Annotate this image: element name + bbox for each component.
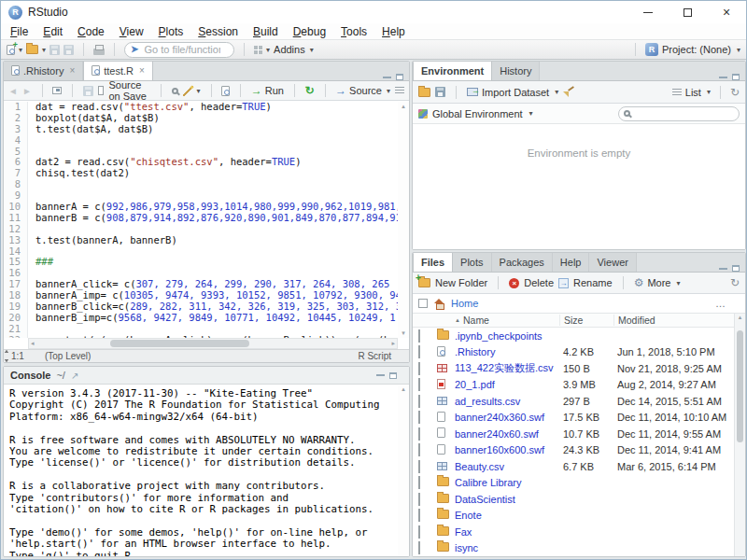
- file-checkbox[interactable]: [418, 427, 420, 441]
- environment-search-input[interactable]: [634, 107, 727, 119]
- close-tab-icon[interactable]: ×: [139, 65, 145, 76]
- addins-button[interactable]: Addins▾: [274, 44, 314, 55]
- save-icon[interactable]: [83, 86, 93, 96]
- scrollbar-thumb[interactable]: [737, 330, 743, 442]
- forward-icon[interactable]: ►: [22, 86, 32, 96]
- file-checkbox[interactable]: [418, 443, 420, 456]
- console-scrollbar[interactable]: ▴: [398, 385, 409, 556]
- table-row[interactable]: DataScientist: [413, 491, 734, 508]
- menu-plots[interactable]: Plots: [151, 24, 191, 39]
- file-name-link[interactable]: Enote: [455, 510, 559, 521]
- compile-report-icon[interactable]: [221, 86, 230, 96]
- menu-tools[interactable]: Tools: [333, 24, 374, 39]
- file-name-link[interactable]: .Rhistory: [455, 346, 559, 357]
- maximize-pane-icon[interactable]: [389, 372, 397, 379]
- editor-horizontal-scrollbar[interactable]: ◂ ▸: [28, 338, 398, 349]
- clear-workspace-icon[interactable]: [563, 87, 574, 98]
- scroll-up-icon[interactable]: ▴: [402, 103, 405, 110]
- file-checkbox[interactable]: [418, 460, 420, 473]
- file-checkbox[interactable]: [418, 541, 420, 554]
- file-name-link[interactable]: Beauty.csv: [455, 461, 559, 472]
- menu-file[interactable]: File: [3, 24, 35, 39]
- source-on-save-checkbox[interactable]: [98, 86, 105, 95]
- project-selector[interactable]: R Project: (None) ▾: [645, 43, 740, 56]
- print-icon[interactable]: [93, 49, 105, 55]
- file-checkbox[interactable]: [418, 362, 420, 375]
- menu-edit[interactable]: Edit: [35, 24, 70, 39]
- new-file-button[interactable]: ▾: [7, 45, 22, 55]
- file-checkbox[interactable]: [418, 525, 420, 539]
- scroll-right-icon[interactable]: ▸: [391, 340, 395, 347]
- tab-packages[interactable]: Packages: [492, 252, 553, 272]
- table-row[interactable]: Calibre Library: [413, 475, 734, 492]
- pane-layout-button[interactable]: ▾: [254, 46, 270, 54]
- file-checkbox[interactable]: [418, 345, 420, 358]
- open-file-button[interactable]: ▾: [26, 45, 46, 54]
- tab-viewer[interactable]: Viewer: [589, 252, 636, 272]
- file-name-link[interactable]: banner240x60.swf: [455, 428, 559, 440]
- tab-plots[interactable]: Plots: [453, 252, 491, 272]
- console-output[interactable]: R version 3.4.3 (2017-11-30) -- "Kite-Ea…: [4, 385, 398, 556]
- table-row[interactable]: .ipynb_checkpoints: [413, 328, 734, 344]
- import-dataset-button[interactable]: Import Dataset ▾: [467, 87, 558, 98]
- table-row[interactable]: banner240x360.swf17.5 KBDec 11, 2014, 10…: [413, 410, 734, 427]
- file-name-link[interactable]: 20_1.pdf: [455, 379, 559, 390]
- file-type-selector[interactable]: R Script: [358, 351, 391, 361]
- environment-scope-selector[interactable]: Global Environment: [432, 108, 523, 119]
- scroll-left-icon[interactable]: ◂: [31, 340, 35, 347]
- menu-code[interactable]: Code: [70, 24, 112, 39]
- table-row[interactable]: Beauty.csv6.7 KBMar 6, 2015, 6:14 PM: [413, 458, 734, 475]
- document-outline-icon[interactable]: [395, 87, 404, 95]
- tab-help[interactable]: Help: [553, 252, 590, 272]
- file-name-link[interactable]: .ipynb_checkpoints: [455, 330, 559, 342]
- file-name-link[interactable]: Calibre Library: [455, 477, 559, 488]
- path-overflow-button[interactable]: …: [715, 298, 740, 309]
- minimize-pane-icon[interactable]: [383, 77, 391, 78]
- file-name-link[interactable]: isync: [455, 542, 559, 553]
- file-checkbox[interactable]: [418, 395, 420, 408]
- rename-button[interactable]: → Rename: [558, 277, 613, 288]
- editor-vertical-scrollbar[interactable]: ▴▾: [398, 102, 409, 338]
- files-scrollbar[interactable]: ▴: [734, 314, 745, 556]
- more-button[interactable]: ⚙ More ▾: [634, 277, 681, 288]
- column-name[interactable]: ▲ Name: [455, 315, 559, 326]
- menu-help[interactable]: Help: [374, 24, 413, 39]
- environment-search[interactable]: [618, 106, 740, 121]
- file-name-link[interactable]: banner160x600.swf: [455, 444, 559, 455]
- list-view-button[interactable]: List: [685, 87, 701, 98]
- tab-files[interactable]: Files: [413, 252, 453, 272]
- rerun-icon[interactable]: ↻: [304, 85, 314, 96]
- maximize-pane-icon[interactable]: [732, 74, 740, 80]
- minimize-button[interactable]: [628, 1, 668, 23]
- file-checkbox[interactable]: [418, 476, 420, 489]
- close-tab-icon[interactable]: ×: [69, 65, 75, 76]
- save-all-icon[interactable]: [63, 45, 74, 55]
- file-name-link[interactable]: 113_422实验数据.csv: [455, 361, 559, 375]
- breadcrumb-home-link[interactable]: Home: [451, 298, 478, 309]
- file-checkbox[interactable]: [418, 509, 420, 522]
- tab-environment[interactable]: Environment: [413, 61, 492, 80]
- table-row[interactable]: ad_results.csv297 BDec 14, 2015, 5:51 AM: [413, 393, 734, 410]
- menu-build[interactable]: Build: [246, 24, 286, 39]
- table-row[interactable]: Fax: [413, 524, 734, 540]
- code-editor[interactable]: 1dat = read.csv("ttest.csv", header=TRUE…: [4, 102, 398, 338]
- refresh-icon[interactable]: ↻: [730, 277, 740, 288]
- save-workspace-icon[interactable]: [435, 87, 445, 97]
- scope-selector[interactable]: (Top Level): [45, 351, 91, 361]
- scrollbar-thumb[interactable]: [110, 340, 250, 347]
- open-in-new-window-icon[interactable]: [52, 87, 62, 94]
- file-name-link[interactable]: DataScientist: [455, 494, 559, 505]
- go-to-file-input[interactable]: [142, 43, 222, 56]
- save-icon[interactable]: [49, 45, 60, 55]
- minimize-pane-icon[interactable]: [719, 77, 727, 78]
- file-checkbox[interactable]: [418, 493, 420, 506]
- open-in-new-window-icon[interactable]: ↗: [71, 371, 78, 381]
- table-row[interactable]: .Rhistory4.2 KBJun 1, 2018, 5:10 PM: [413, 344, 734, 361]
- column-modified[interactable]: Modified: [613, 315, 745, 326]
- minimize-pane-icon[interactable]: [376, 374, 385, 376]
- new-folder-button[interactable]: New Folder: [418, 277, 487, 288]
- load-workspace-icon[interactable]: [418, 88, 430, 97]
- scroll-down-icon[interactable]: ▾: [402, 329, 405, 337]
- maximize-button[interactable]: [668, 1, 707, 23]
- file-name-link[interactable]: Fax: [455, 526, 559, 538]
